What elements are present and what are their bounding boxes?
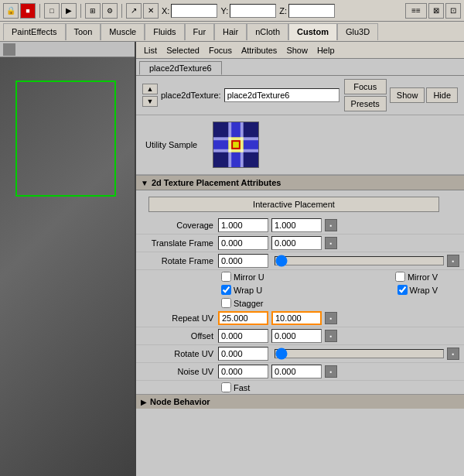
mirror-v-label: Mirror V <box>408 272 438 282</box>
translate-frame-u-field[interactable] <box>218 236 268 250</box>
nav-help[interactable]: Help <box>312 45 339 56</box>
checkbox-row-1: Mirror U Mirror V <box>136 270 464 283</box>
stagger-row: Stagger <box>136 296 464 310</box>
repeat-uv-map-btn[interactable]: ▪ <box>325 312 337 324</box>
extra-icon2[interactable]: ⊠ <box>428 3 444 19</box>
camera-icon[interactable]: ■ <box>20 3 36 19</box>
plus-icon[interactable]: ✕ <box>143 3 159 19</box>
coverage-u-field[interactable] <box>218 218 268 232</box>
arrow-buttons: ▲ ▼ <box>142 84 158 107</box>
noise-uv-u-field[interactable] <box>218 365 268 378</box>
hide-btn[interactable]: Hide <box>426 87 458 103</box>
scroll-up-btn[interactable]: ▲ <box>142 84 158 94</box>
rotate-frame-field[interactable] <box>218 254 268 268</box>
menu-tabs: PaintEffects Toon Muscle Fluids Fur Hair… <box>0 22 464 42</box>
nav-focus[interactable]: Focus <box>204 45 237 56</box>
y-coord: Y: <box>220 4 276 18</box>
play-icon[interactable]: ▶ <box>61 3 77 19</box>
translate-frame-v-field[interactable] <box>271 236 322 250</box>
interactive-placement-btn[interactable]: Interactive Placement <box>148 197 439 212</box>
noise-uv-label: Noise UV <box>141 367 218 376</box>
z-label: Z: <box>279 6 287 15</box>
rotate-frame-map-btn[interactable]: ▪ <box>447 255 459 267</box>
offset-u-field[interactable] <box>218 329 268 343</box>
rotate-uv-map-btn[interactable]: ▪ <box>447 348 459 360</box>
noise-uv-row: Noise UV ▪ <box>136 363 464 381</box>
lock-icon[interactable]: 🔒 <box>3 3 19 19</box>
mirror-v-checkbox[interactable]: Mirror V <box>395 272 438 282</box>
fast-input[interactable] <box>221 382 231 392</box>
rotate-uv-slider[interactable] <box>275 349 444 358</box>
x-label: X: <box>162 6 169 15</box>
grid-icon[interactable]: ⊞ <box>85 3 101 19</box>
wrap-v-input[interactable] <box>397 285 408 295</box>
arrow-icon[interactable]: ↗ <box>126 3 142 19</box>
extra-icon3[interactable]: ⊡ <box>445 3 461 19</box>
mirror-u-checkbox[interactable]: Mirror U <box>221 272 264 282</box>
focus-btn[interactable]: Focus <box>344 79 387 94</box>
utility-label: Utility Sample <box>145 140 197 149</box>
focus-presets-btns: Focus Presets <box>344 79 387 111</box>
wrap-u-input[interactable] <box>221 285 231 295</box>
repeat-uv-label: Repeat UV <box>141 313 218 323</box>
node-behavior-section[interactable]: ▶ Node Behavior <box>136 394 464 409</box>
repeat-uv-v-field[interactable] <box>271 311 322 325</box>
offset-label: Offset <box>141 331 218 341</box>
repeat-uv-u-field[interactable] <box>218 311 268 325</box>
coverage-map-btn[interactable]: ▪ <box>325 219 337 231</box>
fast-checkbox[interactable]: Fast <box>221 382 250 392</box>
tab-custom[interactable]: Custom <box>288 23 337 40</box>
stagger-input[interactable] <box>221 298 231 308</box>
nav-show[interactable]: Show <box>281 45 312 56</box>
tab-toon[interactable]: Toon <box>66 23 101 40</box>
x-input[interactable] <box>171 4 217 18</box>
rotate-frame-slider[interactable] <box>275 256 444 265</box>
mirror-u-input[interactable] <box>221 272 231 282</box>
attr-section-header[interactable]: ▼ 2d Texture Placement Attributes <box>136 175 464 190</box>
tab-fur[interactable]: Fur <box>185 23 215 40</box>
tab-hair[interactable]: Hair <box>214 23 247 40</box>
utility-area: Utility Sample <box>136 115 464 175</box>
mirror-v-input[interactable] <box>395 272 405 282</box>
tab-painteffects[interactable]: PaintEffects <box>3 23 66 40</box>
coverage-v-field[interactable] <box>271 218 322 232</box>
main-layout: List Selected Focus Attributes Show Help… <box>0 42 464 476</box>
stagger-checkbox[interactable]: Stagger <box>221 298 264 308</box>
translate-frame-map-btn[interactable]: ▪ <box>325 237 337 249</box>
y-input[interactable] <box>230 4 276 18</box>
shape-icon[interactable]: □ <box>44 3 60 19</box>
wrap-v-checkbox[interactable]: Wrap V <box>397 285 438 295</box>
footer-title: Node Behavior <box>150 397 210 406</box>
z-input[interactable] <box>288 4 335 18</box>
wrap-v-label: Wrap V <box>410 286 438 295</box>
settings-icon[interactable]: ⚙ <box>102 3 118 19</box>
stagger-label: Stagger <box>234 299 264 308</box>
offset-v-field[interactable] <box>271 329 322 343</box>
svg-rect-6 <box>229 122 232 167</box>
offset-map-btn[interactable]: ▪ <box>325 330 337 342</box>
nav-selected[interactable]: Selected <box>162 45 204 56</box>
tab-glu3d[interactable]: Glu3D <box>337 23 378 40</box>
tab-fluids[interactable]: Fluids <box>145 23 184 40</box>
y-label: Y: <box>220 6 228 15</box>
show-btn[interactable]: Show <box>390 87 425 103</box>
tab-muscle[interactable]: Muscle <box>101 23 145 40</box>
rotate-uv-field[interactable] <box>218 347 268 361</box>
tab-ncloth[interactable]: nCloth <box>247 23 288 40</box>
show-hide-btns: Show Hide <box>390 87 458 103</box>
tab-place2dtexture6[interactable]: place2dTexture6 <box>139 61 222 75</box>
presets-btn[interactable]: Presets <box>344 96 387 111</box>
viewport <box>0 42 136 476</box>
noise-uv-map-btn[interactable]: ▪ <box>325 365 337 378</box>
wrap-u-checkbox[interactable]: Wrap U <box>221 285 262 295</box>
nav-list[interactable]: List <box>139 45 162 56</box>
separator3 <box>121 4 122 18</box>
nav-attributes[interactable]: Attributes <box>237 45 281 56</box>
viewport-topbar <box>0 42 135 57</box>
node-name-field[interactable] <box>224 88 339 102</box>
extra-icon1[interactable]: ≡≡ <box>405 3 427 19</box>
attr-inner[interactable]: ▼ 2d Texture Placement Attributes Intera… <box>136 175 464 476</box>
noise-uv-v-field[interactable] <box>271 365 322 378</box>
viewport-content[interactable] <box>0 57 135 476</box>
scroll-down-btn[interactable]: ▼ <box>142 96 158 107</box>
